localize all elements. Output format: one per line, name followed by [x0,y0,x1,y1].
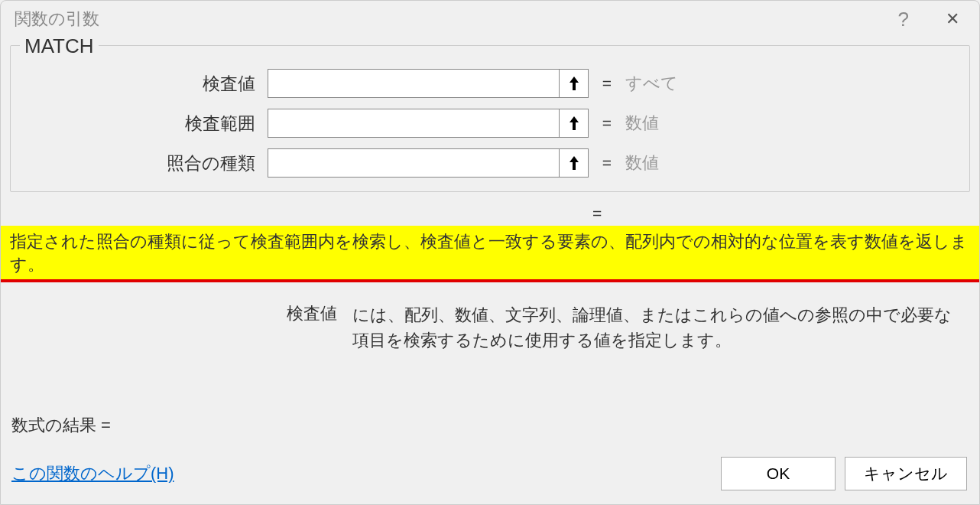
equals-sign: = [601,114,613,132]
function-description: 指定された照合の種類に従って検査範囲内を検索し、検査値と一致する要素の、配列内で… [1,226,979,282]
equals-sign: = [601,74,613,93]
ref-select-button[interactable] [559,149,588,177]
arg-label: 検査範囲 [26,112,255,135]
arrow-up-icon [567,75,581,92]
arg-hint: すべて [625,72,678,95]
arg-row-lookup-value: 検査値 = すべて [26,69,954,98]
button-group: OK キャンセル [721,457,967,490]
function-arguments-dialog: 関数の引数 ? ✕ MATCH 検査値 = すべて [0,0,980,505]
arg-label: 照合の種類 [26,152,255,175]
dialog-title: 関数の引数 [15,8,99,31]
close-icon[interactable]: ✕ [939,6,965,32]
lookup-value-input[interactable] [268,70,559,97]
dialog-content: MATCH 検査値 = すべて 検査範囲 [1,37,979,504]
arg-desc-text: には、配列、数値、文字列、論理値、またはこれらの値への参照の中で必要な項目を検索… [352,302,961,353]
spacer [10,353,970,408]
arg-desc-label: 検査値 [287,302,337,353]
match-type-input[interactable] [268,149,559,177]
arrow-up-icon [567,155,581,171]
dialog-footer: この関数のヘルプ(H) OK キャンセル [10,452,970,495]
function-name: MATCH [20,34,99,58]
arg-hint: 数値 [625,112,659,135]
match-group: MATCH 検査値 = すべて 検査範囲 [10,45,970,192]
equals-sign: = [601,154,613,172]
help-link[interactable]: この関数のヘルプ(H) [11,462,174,485]
formula-result-label: 数式の結果 = [10,408,970,452]
cancel-button[interactable]: キャンセル [845,457,967,490]
arg-input-wrapper [268,69,589,98]
arg-hint: 数値 [625,152,659,174]
ok-button[interactable]: OK [721,457,836,490]
titlebar-controls: ? ✕ [898,6,965,32]
result-equals: = [592,204,602,223]
arrow-up-icon [567,115,581,132]
ref-select-button[interactable] [559,109,588,137]
arg-row-match-type: 照合の種類 = 数値 [26,148,954,178]
arg-label: 検査値 [26,72,255,96]
arg-input-wrapper [268,109,589,138]
arg-input-wrapper [268,148,589,178]
titlebar: 関数の引数 ? ✕ [1,1,979,37]
arg-row-lookup-array: 検査範囲 = 数値 [26,109,954,138]
result-row: = [10,200,970,226]
argument-description: 検査値 には、配列、数値、文字列、論理値、またはこれらの値への参照の中で必要な項… [10,288,970,353]
ref-select-button[interactable] [559,70,588,97]
help-icon[interactable]: ? [898,8,909,31]
lookup-array-input[interactable] [268,109,559,137]
